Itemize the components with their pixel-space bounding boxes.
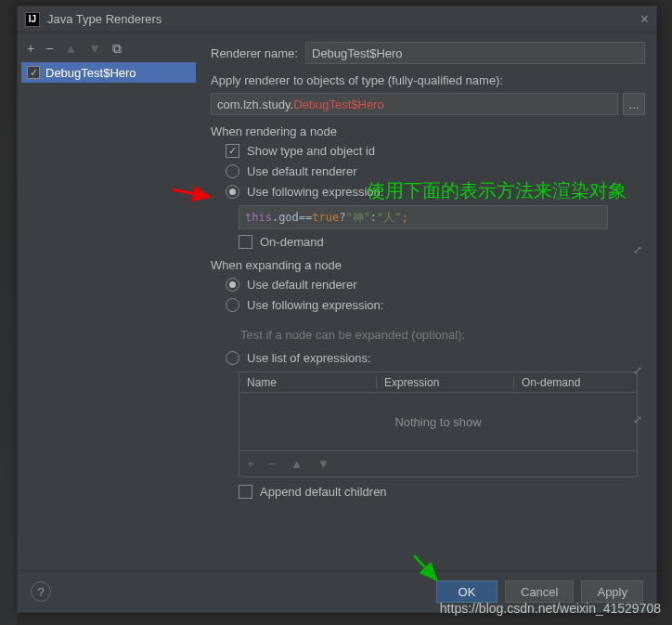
append-children-label: Append default children [260,485,387,499]
close-icon[interactable]: × [640,11,649,28]
apply-to-type-label: Apply renderer to objects of type (fully… [211,73,645,87]
list-item-label: DebugTest$Hero [45,66,136,80]
col-name[interactable]: Name [239,376,377,389]
on-demand-checkbox[interactable] [239,235,252,249]
renderer-name-input[interactable]: DebugTest$Hero [305,42,645,64]
expand-expression-radio[interactable] [226,298,239,312]
button-bar: ? OK Cancel Apply [18,570,656,612]
apply-button[interactable]: Apply [581,580,643,603]
table-up-icon: ▲ [291,457,303,471]
renderer-list-pane: + − ▲ ▼ ⧉ ✓ DebugTest$Hero [18,33,200,572]
settings-pane: Renderer name: DebugTest$Hero Apply rend… [200,33,656,572]
render-default-radio[interactable] [226,164,239,178]
cancel-button[interactable]: Cancel [505,580,574,603]
copy-icon[interactable]: ⧉ [112,42,122,55]
renderer-list-item[interactable]: ✓ DebugTest$Hero [21,62,196,83]
titlebar[interactable]: IJ Java Type Renderers × [18,7,656,33]
rendering-heading: When rendering a node [211,124,645,138]
render-expression-input[interactable]: this.god==true?"神":"人"; [239,205,608,229]
table-down-icon: ▼ [317,457,330,471]
use-list-radio[interactable] [226,351,239,365]
table-header: Name Expression On-demand [239,372,637,393]
col-ondemand[interactable]: On-demand [514,376,637,389]
dialog: IJ Java Type Renderers × + − ▲ ▼ ⧉ ✓ Deb… [17,6,657,613]
show-type-id-label: Show type and object id [247,144,375,158]
expand-expression-label: Use following expression: [247,298,383,312]
render-expression-radio[interactable] [226,185,239,199]
table-empty-label: Nothing to show [239,393,637,450]
list-item-checkbox[interactable]: ✓ [27,66,40,79]
browse-class-button[interactable]: ... [623,93,645,115]
expand-icon[interactable]: ⤢ [633,413,642,426]
render-default-label: Use default renderer [247,164,357,178]
renderer-name-label: Renderer name: [211,46,305,60]
render-expression-label: Use following expression: [247,185,383,199]
on-demand-label: On-demand [260,235,324,249]
qualified-name-input[interactable]: com.lzh.study.DebugTest$Hero [211,93,618,115]
append-children-checkbox[interactable] [239,485,252,499]
expanding-heading: When expanding a node [211,258,645,272]
expand-icon[interactable]: ⤢ [633,364,642,377]
table-toolbar: + − ▲ ▼ [239,450,637,476]
expand-default-radio[interactable] [226,278,239,292]
remove-icon[interactable]: − [45,42,53,55]
expression-table: Name Expression On-demand Nothing to sho… [239,371,638,477]
test-expand-label: Test if a node can be expanded (optional… [211,319,645,351]
app-logo-icon: IJ [25,12,40,27]
use-list-label: Use list of expressions: [247,351,371,365]
expand-icon[interactable]: ⤢ [633,243,642,256]
down-icon: ▼ [88,42,101,55]
add-icon[interactable]: + [27,42,34,55]
table-remove-icon: − [269,457,277,471]
ok-button[interactable]: OK [436,580,498,603]
up-icon: ▲ [64,42,77,55]
list-toolbar: + − ▲ ▼ ⧉ [21,38,196,59]
show-type-id-checkbox[interactable]: ✓ [226,144,239,158]
col-expression[interactable]: Expression [377,376,514,389]
dialog-body: + − ▲ ▼ ⧉ ✓ DebugTest$Hero Renderer name… [18,33,656,572]
help-button[interactable]: ? [31,581,51,602]
expand-default-label: Use default renderer [247,278,357,292]
dialog-title: Java Type Renderers [47,12,162,26]
table-add-icon[interactable]: + [247,457,254,471]
